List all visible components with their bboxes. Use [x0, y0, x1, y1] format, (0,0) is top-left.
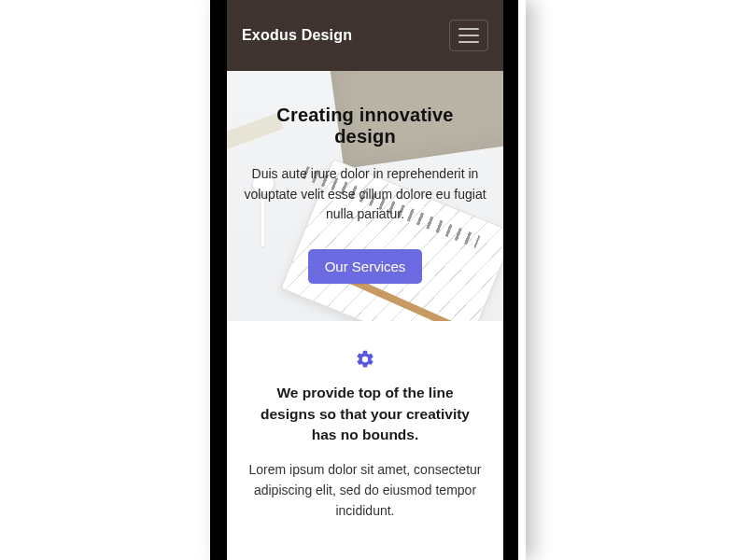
navbar: Exodus Design [227, 0, 503, 71]
page-scroll[interactable]: Exodus Design [227, 0, 503, 560]
hero-section: Creating innovative design Duis aute iru… [227, 71, 503, 321]
feature-body: Lorem ipsum dolor sit amet, consectetur … [247, 460, 483, 521]
hero-title: Creating innovative design [244, 105, 486, 147]
gear-icon [247, 349, 483, 370]
menu-toggle-button[interactable] [449, 20, 488, 51]
hamburger-icon [458, 41, 479, 43]
brand-title[interactable]: Exodus Design [242, 27, 352, 44]
our-services-button[interactable]: Our Services [308, 249, 423, 284]
hero-body: Duis aute irure dolor in reprehenderit i… [244, 164, 486, 225]
app-viewport: Exodus Design [227, 0, 503, 560]
hamburger-icon [458, 28, 479, 30]
device-frame: Exodus Design [210, 0, 518, 560]
feature-title: We provide top of the line designs so th… [247, 383, 483, 445]
hamburger-icon [458, 35, 479, 36]
feature-section: We provide top of the line designs so th… [227, 321, 503, 558]
